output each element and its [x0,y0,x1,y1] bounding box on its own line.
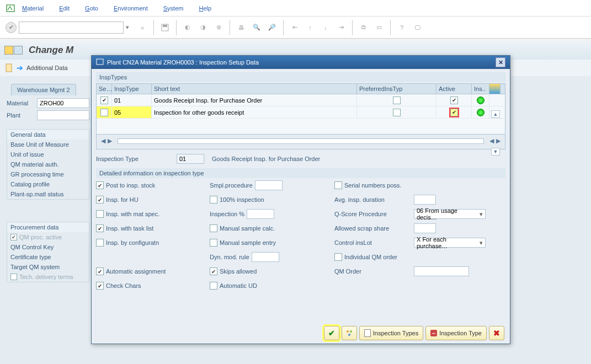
gr-processing-time[interactable]: GR processing time [7,169,89,179]
qm-order-label: QM Order [334,268,412,275]
table-horizontal-scroll: ◀▶ ◀▶ [97,134,505,149]
tab-warehouse-mgmt-2[interactable]: Warehouse Mgmt 2 [11,84,76,95]
check-chars-checkbox[interactable] [96,282,104,290]
individual-qm-order-label: Individual QM order [344,254,397,260]
preferred-checkbox[interactable] [393,109,401,116]
accept-button[interactable]: ✔ [324,326,339,340]
command-dropdown-icon[interactable]: ▾ [126,24,134,31]
hundred-pct-checkbox[interactable] [210,196,217,204]
insp-mat-spec-checkbox[interactable] [96,210,104,218]
next-page-icon[interactable]: ↓ [319,21,332,34]
manual-sample-calc-checkbox[interactable] [210,224,217,232]
active-checkbox[interactable] [450,97,458,104]
manual-sample-entry-checkbox[interactable] [210,239,217,247]
col-short-text[interactable]: Short text [152,84,357,94]
command-field[interactable] [19,22,124,34]
menu-material[interactable]: Material [22,5,44,12]
menu-environment[interactable]: Environment [114,5,148,12]
exit-icon[interactable]: ◑ [196,21,210,34]
insptypes-section-title: InspTypes [96,72,505,82]
skips-allowed-checkbox[interactable] [210,267,217,275]
dyn-mod-rule-field[interactable] [252,252,279,262]
row-select-checkbox[interactable] [100,109,108,116]
group-title: General data [7,130,89,140]
table-row[interactable]: 05 Inspection for other goods receipt [97,106,505,119]
allowed-scrap-share-field[interactable] [414,223,436,233]
insptype-cell[interactable]: 05 [112,106,152,118]
individual-qm-order-checkbox[interactable] [334,253,342,261]
avg-insp-duration-field[interactable] [414,195,436,205]
delete-inspection-type-button[interactable]: –Inspection Type [425,326,487,340]
q-score-procedure-dropdown[interactable]: 06 From usage decis… [414,209,486,219]
col-preferred[interactable]: PreferredInsTyp [357,84,436,94]
save-icon[interactable] [158,21,172,34]
prev-page-icon[interactable]: ↑ [304,21,317,34]
scroll-right-icon[interactable]: ▶ [108,137,112,144]
enter-button[interactable]: ✔ [6,22,17,33]
insptype-cell[interactable]: 01 [112,94,152,106]
automatic-assignment-checkbox[interactable] [96,267,104,275]
insp-by-config-checkbox[interactable] [96,239,104,247]
print-icon[interactable]: 🖶 [235,21,248,34]
menu-system[interactable]: System [163,5,184,12]
qm-order-field[interactable] [414,266,469,276]
close-button[interactable]: ✕ [496,57,505,67]
insp-task-list-checkbox[interactable] [96,224,104,232]
menu-edit[interactable]: Edit [59,5,70,12]
table-row[interactable]: 01 Goods Receipt Insp. for Purchase Orde… [97,94,505,106]
find-next-icon[interactable]: 🔎 [265,21,279,34]
col-select[interactable]: Se… [97,84,112,94]
certificate-type[interactable]: Certificate type [7,252,89,262]
plant-sp-matl-status[interactable]: Plant-sp.matl status [7,189,89,199]
col-active[interactable]: Active [436,84,472,94]
smpl-procedure-field[interactable] [255,180,283,190]
inspection-pct-field[interactable] [247,209,274,219]
menu-help[interactable]: Help [199,5,211,12]
configure-columns-icon[interactable] [489,84,501,94]
col-ins[interactable]: Ins.. [472,84,489,94]
unit-of-issue[interactable]: Unit of issue [7,149,89,159]
post-to-insp-stock-checkbox[interactable] [96,181,104,189]
find-icon[interactable]: 🔍 [250,21,263,34]
additional-data-link[interactable]: Additional Data [26,65,68,71]
plant-label: Plant [7,112,37,119]
back-icon[interactable]: ◐ [181,21,194,34]
target-qm-system[interactable]: Target QM system [7,262,89,272]
nav-back-icon[interactable]: « [136,21,149,34]
automatic-ud-checkbox[interactable] [210,282,217,290]
inspection-type-field[interactable] [177,154,204,164]
base-unit-of-measure[interactable]: Base Unit of Measure [7,140,89,149]
doc-icon [364,329,371,337]
scroll-up-icon[interactable]: ▲ [491,110,500,118]
menu-goto[interactable]: Goto [85,5,98,12]
catalog-profile[interactable]: Catalog profile [7,179,89,189]
help-icon[interactable]: ? [395,21,408,34]
layout-icon[interactable]: 🖵 [411,21,424,34]
serial-numbers-checkbox[interactable] [334,181,342,189]
plant-field[interactable] [37,110,89,120]
cancel-button[interactable]: ✖ [489,326,504,340]
insp-for-hu-checkbox[interactable] [96,196,104,204]
first-page-icon[interactable]: ⇤ [288,21,301,34]
col-insptype[interactable]: InspType [112,84,152,94]
material-field[interactable]: ZROH00 [37,98,89,108]
scroll-down-icon[interactable]: ▼ [491,148,500,156]
command-icon[interactable] [6,3,15,13]
document-icon[interactable] [4,63,13,72]
org-levels-button[interactable] [342,326,357,340]
scroll-left-icon[interactable]: ◀ [101,137,105,144]
new-session-icon[interactable]: ⧉ [357,21,370,34]
cancel-icon[interactable]: ⊗ [212,21,225,34]
inspection-types-button[interactable]: Inspection Types [359,326,423,340]
row-select-checkbox[interactable] [100,97,108,104]
scroll-track[interactable] [118,138,484,144]
main-toolbar: ✔ ▾ « ◐ ◑ ⊗ 🖶 🔍 🔎 ⇤ ↑ ↓ ⇥ ⧉ ▭ ? 🖵 [0,17,591,39]
qm-control-key[interactable]: QM Control Key [7,242,89,252]
last-page-icon[interactable]: ⇥ [334,21,348,34]
shortcut-icon[interactable]: ▭ [372,21,386,34]
preferred-checkbox[interactable] [393,97,401,104]
control-inslot-dropdown[interactable]: X For each purchase… [414,238,486,248]
dialog-command-icon[interactable] [96,58,104,66]
qm-material-auth[interactable]: QM material auth. [7,159,89,169]
active-checkbox[interactable] [450,109,458,116]
